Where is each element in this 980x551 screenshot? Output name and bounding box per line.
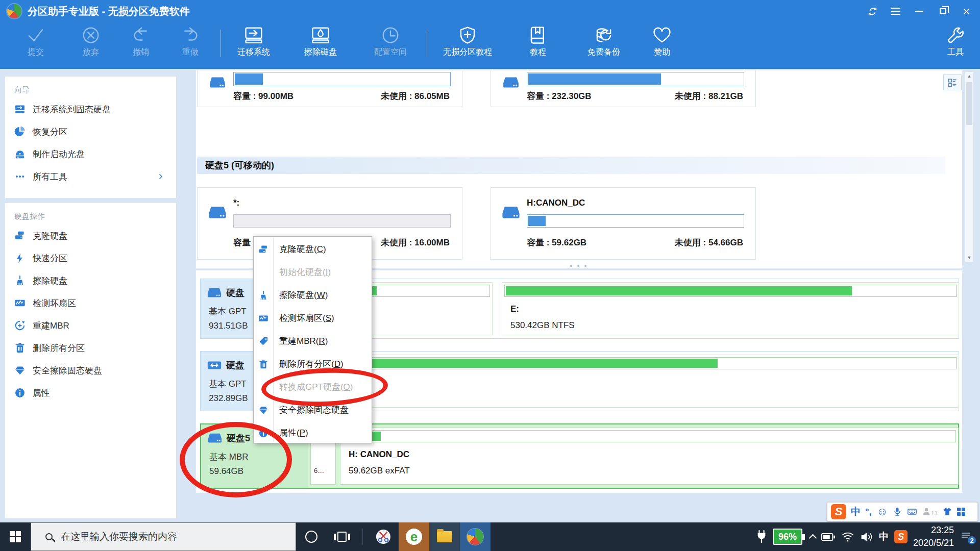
context-menu-item-rebuild-mbr[interactable]: 重建MBR(R) — [254, 330, 372, 353]
snipping-tool-button[interactable] — [368, 522, 399, 551]
context-menu: 克隆硬盘(C) 初始化硬盘(I) 擦除硬盘(W) 检测坏扇区(S) 重建MBR(… — [253, 236, 372, 443]
battery-percent-badge[interactable]: 96% — [773, 529, 802, 545]
sidebar-item-bad-sector-test[interactable]: 检测坏扇区 — [14, 292, 167, 314]
migrate-disk-icon — [244, 26, 263, 45]
toolbar-undo-button[interactable]: 撤销 — [113, 26, 169, 67]
search-icon — [45, 533, 53, 540]
sidebar-item-properties[interactable]: 属性 — [14, 382, 167, 404]
sidebar-item-make-boot-disc[interactable]: 制作启动光盘 — [14, 143, 167, 165]
dots-icon — [14, 171, 26, 182]
disk-type: 基本 MBR — [209, 451, 249, 463]
taskbar-clock[interactable]: 23:25 2020/5/21 — [913, 524, 954, 549]
sidebar-item-recover-partition[interactable]: 恢复分区 — [14, 120, 167, 143]
toolbar-redo-button[interactable]: 重做 — [162, 26, 218, 67]
toolbar-tutorial-button[interactable]: 教程 — [510, 26, 566, 67]
toolbar-donate-button[interactable]: 赞助 — [634, 26, 690, 67]
unused-label: 未使用 : 16.00MB — [381, 237, 450, 248]
power-plug-icon[interactable] — [756, 530, 767, 544]
scroll-up-icon[interactable]: ▲ — [965, 72, 973, 80]
task-view-button[interactable] — [327, 522, 357, 551]
chevron-right-icon — [157, 172, 165, 181]
emoji-icon[interactable]: ☺ — [876, 505, 888, 518]
partition-card-2[interactable]: 容量 : 232.30GB 未使用 : 88.21GB — [491, 70, 756, 107]
vertical-scrollbar[interactable]: ▲ ▼ — [965, 71, 974, 262]
chinese-mode-icon[interactable]: 中 — [851, 505, 861, 518]
minimize-icon[interactable] — [908, 0, 931, 22]
toolbar-commit-button[interactable]: 提交 — [8, 26, 64, 67]
file-explorer-button[interactable] — [429, 522, 460, 551]
context-menu-item-wipe-disk[interactable]: 擦除硬盘(W) — [254, 284, 372, 307]
windows-logo-icon — [10, 531, 21, 542]
menu-grid-icon[interactable] — [957, 508, 965, 516]
drive-icon — [207, 431, 223, 446]
partition-block-canon-dc[interactable]: H: CANON_DC 59.62GB exFAT — [340, 428, 959, 485]
sogou-logo[interactable]: S — [831, 504, 846, 519]
partition-assistant-button[interactable] — [460, 522, 491, 551]
partition-name: H:CANON_DC — [527, 198, 585, 208]
info-icon — [14, 387, 26, 398]
disk-size: 59.64GB — [209, 466, 243, 477]
taskbar-search-input[interactable]: 在这里输入你要搜索的内容 — [31, 522, 296, 551]
sidebar-item-all-tools[interactable]: 所有工具 — [14, 165, 167, 188]
ime-mode-indicator[interactable]: 中 — [879, 530, 889, 543]
context-menu-item-bad-sector-test[interactable]: 检测坏扇区(S) — [254, 307, 372, 330]
tray-expand-icon[interactable] — [809, 534, 817, 542]
speaker-icon[interactable] — [860, 531, 873, 543]
sidebar-item-delete-all-partitions[interactable]: 删除所有分区 — [14, 337, 167, 359]
app-logo-icon — [7, 4, 21, 18]
refresh-icon[interactable] — [861, 0, 884, 22]
close-icon[interactable] — [954, 0, 978, 22]
toolbar-discard-button[interactable]: 放弃 — [63, 26, 119, 67]
partition-block-e[interactable]: E: 530.42GB NTFS — [502, 282, 959, 335]
toolbar-migrate-system-button[interactable]: 迁移系统 — [226, 26, 282, 67]
menu-icon[interactable] — [884, 0, 908, 22]
toolbar-tutorial-partition-button[interactable]: 无损分区教程 — [434, 26, 501, 67]
capacity-label: 容量 : 99.00MB — [233, 90, 293, 102]
keyboard-icon[interactable] — [907, 507, 917, 517]
toolbar-free-backup-button[interactable]: 免费备份 — [576, 26, 632, 67]
partition-card-1[interactable]: 容量 : 99.00MB 未使用 : 86.05MB — [197, 70, 462, 107]
time-label: 23:25 — [913, 524, 954, 537]
drive-arrows-icon — [207, 358, 222, 373]
drive-icon — [207, 285, 222, 300]
start-button[interactable] — [0, 522, 31, 551]
context-menu-item-init-disk: 初始化硬盘(I) — [254, 261, 372, 284]
book-icon — [528, 26, 548, 45]
action-center-button[interactable]: 2 — [960, 531, 975, 543]
scrollbar-thumb[interactable] — [966, 82, 972, 125]
sidebar-item-wipe-disk[interactable]: 擦除硬盘 — [14, 269, 167, 292]
browser-e-button[interactable]: e — [399, 522, 429, 551]
context-menu-item-properties[interactable]: 属性(P) — [254, 421, 372, 444]
context-menu-item-secure-erase-ssd[interactable]: 安全擦除固态硬盘 — [254, 398, 372, 421]
toolbar-tools-button[interactable]: 工具 — [931, 26, 980, 67]
profile-icon[interactable]: 13 — [922, 507, 937, 516]
view-toggle-icon[interactable] — [943, 74, 962, 90]
skin-icon[interactable] — [942, 507, 952, 517]
maximize-icon[interactable] — [931, 0, 954, 22]
check-icon — [26, 26, 45, 45]
sidebar-item-migrate-to-ssd[interactable]: 迁移系统到固态硬盘 — [14, 98, 167, 120]
backup-db-icon — [594, 26, 614, 45]
bad-sector-icon — [254, 313, 273, 323]
microphone-icon[interactable] — [892, 507, 902, 517]
battery-icon[interactable] — [821, 532, 836, 542]
trash-icon — [14, 342, 26, 354]
sidebar-item-rebuild-mbr[interactable]: 重建MBR — [14, 314, 167, 337]
partition-block[interactable] — [310, 355, 959, 408]
wifi-icon[interactable] — [841, 531, 854, 542]
screen: 分区助手专业版 - 无损分区免费软件 提交 放弃 撤销 重做 迁移系统 擦除磁盘… — [0, 0, 980, 551]
sidebar-item-secure-erase-ssd[interactable]: 安全擦除固态硬盘 — [14, 359, 167, 382]
removable-card-canon-dc[interactable]: H:CANON_DC 容量 : 59.62GB 未使用 : 54.66GB — [491, 187, 756, 260]
sogou-tray-icon[interactable]: S — [894, 530, 908, 543]
cortana-button[interactable] — [296, 522, 327, 551]
unused-label: 未使用 : 86.05MB — [381, 90, 450, 102]
punctuation-icon[interactable]: °, — [865, 506, 872, 517]
scroll-down-icon[interactable]: ▼ — [965, 254, 973, 262]
sidebar-item-quick-partition[interactable]: 快速分区 — [14, 247, 167, 269]
toolbar-divider — [220, 30, 221, 57]
toolbar-wipe-disk-button[interactable]: 擦除磁盘 — [292, 26, 349, 67]
context-menu-item-delete-all-partitions[interactable]: 删除所有分区(D) — [254, 353, 372, 375]
sidebar-item-clone-disk[interactable]: 克隆硬盘 — [14, 224, 167, 247]
context-menu-item-clone-disk[interactable]: 克隆硬盘(C) — [254, 238, 372, 261]
toolbar-allocate-space-button[interactable]: 配置空间 — [362, 26, 419, 67]
